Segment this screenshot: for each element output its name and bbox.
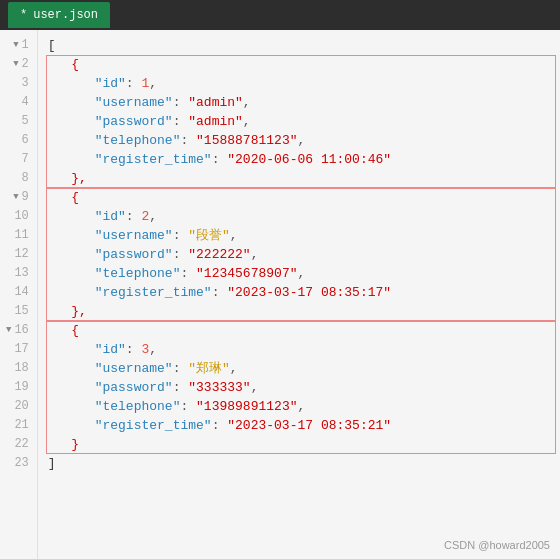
line-number-value: 7 (22, 150, 29, 169)
line-number-value: 22 (14, 435, 28, 454)
line-number: 10 (6, 207, 29, 226)
line-number-value: 21 (14, 416, 28, 435)
json-value: "2023-03-17 08:35:21" (227, 416, 391, 435)
brace-open: { (71, 188, 79, 207)
code-line: "username": "admin", (38, 93, 560, 112)
json-value: 3 (141, 340, 149, 359)
brace-close: }, (71, 302, 87, 321)
code-line: "username": "段誉", (38, 226, 560, 245)
json-value: "2020-06-06 11:00:46" (227, 150, 391, 169)
json-value: "15888781123" (196, 131, 297, 150)
tab-modified-dot: * (20, 8, 27, 22)
line-number: 20 (6, 397, 29, 416)
line-number-value: 23 (14, 454, 28, 473)
line-number: ▼9 (6, 188, 29, 207)
code-line: "telephone": "15888781123", (38, 131, 560, 150)
line-number: ▼16 (6, 321, 29, 340)
file-tab[interactable]: * user.json (8, 2, 110, 28)
json-key: "password" (95, 378, 173, 397)
line-numbers: ▼1▼2345678▼9101112131415▼161718192021222… (0, 30, 38, 559)
code-line: "telephone": "12345678907", (38, 264, 560, 283)
line-number-value: 19 (14, 378, 28, 397)
line-number: 18 (6, 359, 29, 378)
json-key: "username" (95, 93, 173, 112)
json-key: "telephone" (95, 264, 181, 283)
line-number-value: 5 (22, 112, 29, 131)
json-key: "id" (95, 207, 126, 226)
content-area: ▼1▼2345678▼9101112131415▼161718192021222… (0, 30, 560, 559)
json-key: "username" (95, 226, 173, 245)
brace-open: { (71, 321, 79, 340)
fold-icon[interactable]: ▼ (13, 188, 18, 207)
line-number-value: 20 (14, 397, 28, 416)
json-value: "13989891123" (196, 397, 297, 416)
fold-icon[interactable]: ▼ (6, 321, 11, 340)
code-line: "telephone": "13989891123", (38, 397, 560, 416)
code-line: ] (38, 454, 560, 473)
line-number-value: 18 (14, 359, 28, 378)
line-number-value: 10 (14, 207, 28, 226)
line-number-value: 6 (22, 131, 29, 150)
line-number: 11 (6, 226, 29, 245)
line-number-value: 3 (22, 74, 29, 93)
code-area: [ { "id": 1, "username": "admin", "passw… (38, 30, 560, 479)
code-line: }, (38, 302, 560, 321)
line-number: 6 (6, 131, 29, 150)
line-number: 22 (6, 435, 29, 454)
editor: * user.json ▼1▼2345678▼9101112131415▼161… (0, 0, 560, 559)
tab-filename: user.json (33, 8, 98, 22)
json-key: "telephone" (95, 397, 181, 416)
fold-icon[interactable]: ▼ (13, 55, 18, 74)
json-value: "2023-03-17 08:35:17" (227, 283, 391, 302)
brace-open: { (71, 55, 79, 74)
code-line: "id": 1, (38, 74, 560, 93)
code-line: "username": "郑琳", (38, 359, 560, 378)
line-number: 15 (6, 302, 29, 321)
line-number-value: 15 (14, 302, 28, 321)
line-number-value: 1 (22, 36, 29, 55)
line-number: 3 (6, 74, 29, 93)
line-number: ▼2 (6, 55, 29, 74)
json-key: "register_time" (95, 283, 212, 302)
json-key: "username" (95, 359, 173, 378)
line-number-value: 17 (14, 340, 28, 359)
line-number: 12 (6, 245, 29, 264)
json-key: "password" (95, 245, 173, 264)
json-key: "id" (95, 74, 126, 93)
line-number-value: 4 (22, 93, 29, 112)
json-key: "register_time" (95, 416, 212, 435)
json-value: "333333" (188, 378, 250, 397)
bracket: ] (48, 454, 56, 473)
watermark: CSDN @howard2005 (444, 539, 550, 551)
code-line: "register_time": "2023-03-17 08:35:21" (38, 416, 560, 435)
brace-close: } (71, 435, 79, 454)
brace-close: }, (71, 169, 87, 188)
code-line: "password": "222222", (38, 245, 560, 264)
json-key: "id" (95, 340, 126, 359)
line-number: 7 (6, 150, 29, 169)
json-value: "12345678907" (196, 264, 297, 283)
line-number: 17 (6, 340, 29, 359)
json-value: "郑琳" (188, 359, 230, 378)
line-number-value: 8 (22, 169, 29, 188)
line-number-value: 13 (14, 264, 28, 283)
json-value: "段誉" (188, 226, 230, 245)
code-line: "password": "333333", (38, 378, 560, 397)
code-line: "register_time": "2020-06-06 11:00:46" (38, 150, 560, 169)
line-number: 21 (6, 416, 29, 435)
line-number-value: 11 (14, 226, 28, 245)
fold-icon[interactable]: ▼ (13, 36, 18, 55)
json-value: "222222" (188, 245, 250, 264)
code-line: [ (38, 36, 560, 55)
line-number: 19 (6, 378, 29, 397)
line-number-value: 16 (14, 321, 28, 340)
code-line: } (38, 435, 560, 454)
line-number: 23 (6, 454, 29, 473)
json-key: "telephone" (95, 131, 181, 150)
code-line: }, (38, 169, 560, 188)
bracket: [ (48, 36, 56, 55)
line-number: 4 (6, 93, 29, 112)
code-line: "id": 3, (38, 340, 560, 359)
code-line: { (38, 55, 560, 74)
line-number-value: 14 (14, 283, 28, 302)
